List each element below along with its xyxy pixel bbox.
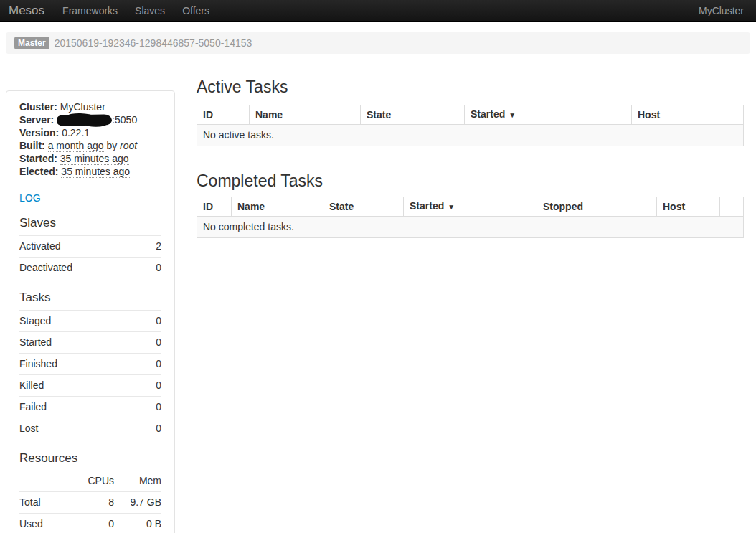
stat-row: Activated 2 [19,236,161,258]
tasks-section-title: Tasks [19,290,161,305]
stat-value: 0 [143,418,161,440]
col-started-label: Started [471,108,505,120]
stat-label: Started [19,332,143,354]
tasks-stat-table: Staged 0 Started 0 Finished 0 Killed 0 F… [19,310,161,439]
brand-link[interactable]: Mesos [0,0,54,21]
stat-row: Staged 0 [19,311,161,332]
stat-label: Total [19,492,71,514]
stat-cpus: 0 [71,514,114,533]
detail-cluster: Cluster: MyCluster [19,100,161,113]
sort-desc-icon: ▼ [448,203,455,211]
server-redaction [57,114,112,126]
navbar-spacer [218,0,699,21]
sort-desc-icon: ▼ [509,111,516,119]
cluster-label: Cluster: [19,101,57,113]
active-tasks-table: ID Name State Started▼ Host No active ta… [197,105,744,146]
resources-stat-table: CPUs Mem Total 8 9.7 GB Used 0 0 B Offer… [19,471,161,533]
completed-tasks-empty-message: No completed tasks. [197,217,744,238]
navbar: Mesos Frameworks Slaves Offers MyCluster [0,0,756,22]
col-id[interactable]: ID [197,197,232,217]
col-started[interactable]: Started▼ [404,197,537,217]
version-value: 0.22.1 [62,127,90,138]
stat-label: Staged [19,311,143,332]
stat-row: Failed 0 [19,397,161,418]
active-tasks-empty-message: No active tasks. [197,125,744,146]
stat-value: 0 [143,354,161,375]
stat-label: Used [19,514,71,533]
col-started-label: Started [410,200,444,212]
built-label: Built: [19,140,45,151]
col-state[interactable]: State [323,197,404,217]
stat-label: Deactivated [19,258,148,279]
nav-item-frameworks[interactable]: Frameworks [54,0,126,22]
version-label: Version: [19,127,59,138]
stat-row: Killed 0 [19,375,161,397]
col-actions [719,105,744,125]
built-user: root [120,140,137,151]
server-label: Server: [19,114,54,126]
master-bar: Master 20150619-192346-1298446857-5050-1… [6,32,750,54]
resources-row: Used 0 0 B [19,514,161,533]
stat-row: Finished 0 [19,354,161,375]
col-started[interactable]: Started▼ [465,105,632,125]
nav-item-offers[interactable]: Offers [174,0,218,22]
stat-label: Activated [19,236,148,258]
stat-value: 2 [148,236,161,258]
stat-label: Failed [19,397,143,418]
stat-mem: 9.7 GB [114,492,161,514]
server-port: :5050 [112,114,137,126]
stat-value: 0 [143,332,161,354]
built-by: by [106,140,117,151]
active-tasks-header-row: ID Name State Started▼ Host [197,105,744,125]
cluster-name-label: MyCluster [699,0,756,21]
completed-tasks-table: ID Name State Started▼ Stopped Host No c… [197,197,744,238]
stat-value: 0 [143,397,161,418]
elected-time: 35 minutes ago [61,166,130,178]
stat-row: Deactivated 0 [19,258,161,279]
slaves-stat-table: Activated 2 Deactivated 0 [19,235,161,278]
nav-item-slaves[interactable]: Slaves [126,0,174,22]
navbar-menu: Frameworks Slaves Offers [54,0,218,21]
detail-built: Built: a month ago by root [19,139,161,152]
elected-label: Elected: [19,166,58,177]
slaves-section-title: Slaves [19,215,161,230]
started-time: 35 minutes ago [60,153,129,165]
col-host[interactable]: Host [632,105,719,125]
detail-version: Version: 0.22.1 [19,126,161,139]
stat-value: 0 [143,375,161,397]
detail-started: Started: 35 minutes ago [19,152,161,165]
stat-row: Lost 0 [19,418,161,440]
col-id[interactable]: ID [197,105,250,125]
started-label: Started: [19,153,57,164]
stat-label: Finished [19,354,143,375]
completed-tasks-title: Completed Tasks [197,171,744,191]
sidebar-panel: Cluster: MyCluster Server: :5050 Version… [6,90,175,533]
detail-elected: Elected: 35 minutes ago [19,165,161,178]
stat-value: 0 [143,311,161,332]
built-time: a month ago [48,140,104,152]
stat-mem: 0 B [114,514,161,533]
stat-label: Killed [19,375,143,397]
log-link[interactable]: LOG [19,192,41,204]
active-tasks-title: Active Tasks [197,77,744,97]
col-name[interactable]: Name [232,197,323,217]
stat-label: Lost [19,418,143,440]
detail-server: Server: :5050 [19,113,161,126]
resources-row: Total 8 9.7 GB [19,492,161,514]
col-host[interactable]: Host [657,197,720,217]
col-name[interactable]: Name [250,105,361,125]
resources-header-empty [19,471,71,492]
resources-header-cpus: CPUs [71,471,114,492]
active-tasks-empty-row: No active tasks. [197,125,744,146]
master-id: 20150619-192346-1298446857-5050-14153 [55,37,252,49]
stat-value: 0 [148,258,161,279]
col-state[interactable]: State [361,105,465,125]
master-details: Cluster: MyCluster Server: :5050 Version… [19,100,161,178]
stat-row: Started 0 [19,332,161,354]
resources-header-row: CPUs Mem [19,471,161,492]
completed-tasks-header-row: ID Name State Started▼ Stopped Host [197,197,744,217]
resources-header-mem: Mem [114,471,161,492]
stat-cpus: 8 [71,492,114,514]
col-stopped[interactable]: Stopped [537,197,657,217]
col-actions [720,197,744,217]
